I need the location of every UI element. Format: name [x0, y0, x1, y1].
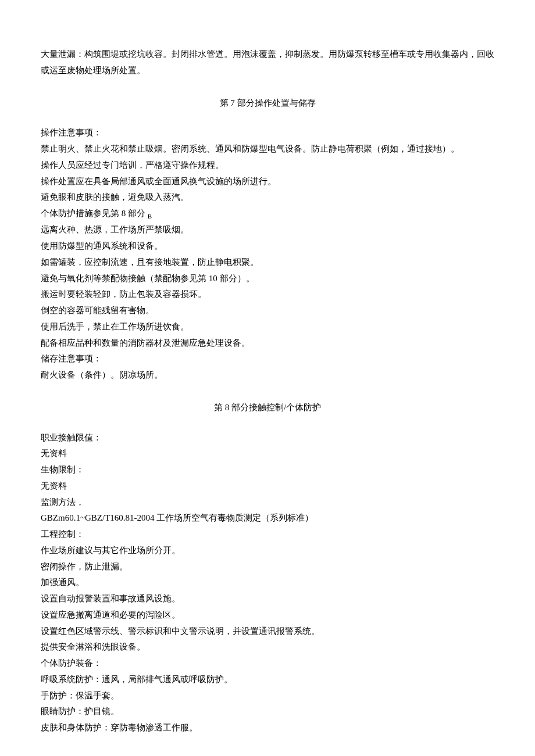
s8-line: 加强通风。: [41, 575, 494, 591]
s8-line: 个体防护装备：: [41, 655, 494, 672]
s7-line: 搬运时要轻装轻卸，防止包装及容器损坏。: [41, 286, 494, 303]
s8-line: 设置应急撤离通道和必要的泻险区。: [41, 607, 494, 624]
s7-line: 配备相应品种和数量的消防器材及泄漏应急处理设备。: [41, 335, 494, 352]
section-8-heading: 第 8 部分接触控制/个体防护: [41, 400, 494, 416]
s7-line: 储存注意事项：: [41, 351, 494, 367]
s8-line: 提供安全淋浴和洗眼设备。: [41, 639, 494, 655]
s7-line: 操作注意事项：: [41, 125, 494, 141]
s7-line: 禁止明火、禁止火花和禁止吸烟。密闭系统、通风和防爆型电气设备。防止静电荷积聚（例…: [41, 141, 494, 157]
s7-line: 使用后洗手，禁止在工作场所进饮食。: [41, 319, 494, 335]
s8-line: 职业接触限值：: [41, 430, 494, 446]
intro-paragraph: 大量泄漏：构筑围堤或挖坑收容。封闭排水管道。用泡沫覆盖，抑制蒸发。用防爆泵转移至…: [41, 46, 494, 79]
s8-line: 作业场所建议与其它作业场所分开。: [41, 543, 494, 559]
s8-line: 工程控制：: [41, 526, 494, 543]
s8-line: 设置红色区域警示线、警示标识和中文警示说明，并设置通讯报警系统。: [41, 624, 494, 640]
s8-line: 密闭操作，防止泄漏。: [41, 559, 494, 575]
s7-line: 操作处置应在具备局部通风或全面通风换气设施的场所进行。: [41, 174, 494, 190]
s7-line: 操作人员应经过专门培训，严格遵守操作规程。: [41, 157, 494, 174]
s7-sub-prefix: 个体防护措施参见第 8 部分: [41, 209, 148, 218]
s7-line: 倒空的容器可能残留有害物。: [41, 303, 494, 319]
s7-line: 避免眼和皮肤的接触，避免吸入蒸汽。: [41, 189, 494, 206]
s7-line: 使用防爆型的通风系统和设备。: [41, 238, 494, 255]
s8-line: 无资料: [41, 478, 494, 495]
s8-line: 皮肤和身体防护：穿防毒物渗透工作服。: [41, 720, 494, 736]
s8-line: 手防护：保温手套。: [41, 688, 494, 704]
s8-line: 无资料: [41, 446, 494, 462]
s8-line: 设置自动报警装置和事故通风设施。: [41, 591, 494, 607]
s7-line: 避免与氧化剂等禁配物接触（禁配物参见第 10 部分）。: [41, 271, 494, 287]
s8-line: 眼睛防护：护目镜。: [41, 704, 494, 720]
s7-line: 耐火设备（条件）。阴凉场所。: [41, 367, 494, 384]
s8-line: 呼吸系统防护：通风，局部排气通风或呼吸防护。: [41, 672, 494, 688]
section-7-heading: 第 7 部分操作处置与储存: [41, 95, 494, 112]
s7-line: 如需罐装，应控制流速，且有接地装置，防止静电积聚。: [41, 255, 494, 271]
s7-sub-b: B: [148, 213, 152, 220]
s7-line: 远离火种、热源，工作场所严禁吸烟。: [41, 222, 494, 238]
s8-line: 监测方法，: [41, 495, 494, 511]
s8-line: 生物限制：: [41, 462, 494, 478]
s7-line-with-sub: 个体防护措施参见第 8 部分 B: [41, 206, 494, 222]
s8-line: GBZm60.1~GBZ/T160.81-2004 工作场所空气有毒物质测定（系…: [41, 510, 494, 526]
